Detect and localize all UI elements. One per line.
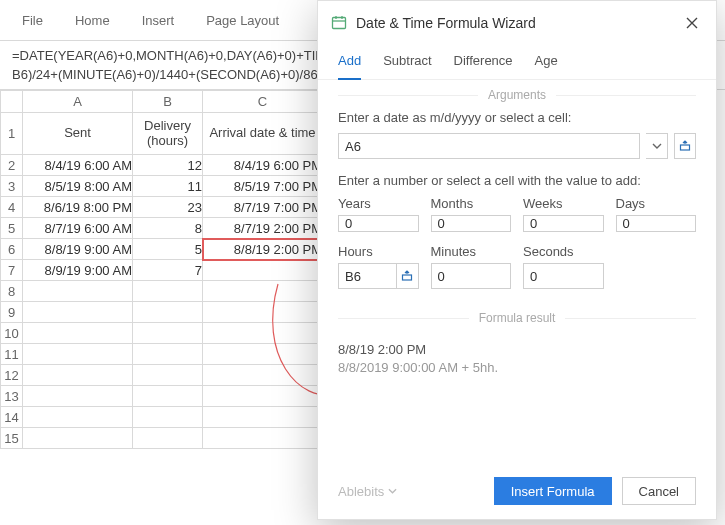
- weeks-input[interactable]: [523, 215, 604, 232]
- cell[interactable]: [203, 260, 323, 281]
- row-header[interactable]: 10: [1, 323, 23, 344]
- cell[interactable]: [203, 344, 323, 365]
- hours-cellref-button[interactable]: [397, 263, 419, 289]
- tab-age[interactable]: Age: [535, 47, 558, 79]
- cell[interactable]: [23, 302, 133, 323]
- cell[interactable]: 23: [133, 197, 203, 218]
- row-header[interactable]: 14: [1, 407, 23, 428]
- cell[interactable]: 11: [133, 176, 203, 197]
- cell[interactable]: 8/7/19 7:00 PM: [203, 197, 323, 218]
- wizard-icon: [330, 14, 348, 32]
- cell[interactable]: [133, 407, 203, 428]
- row-header[interactable]: 7: [1, 260, 23, 281]
- brand-label[interactable]: Ablebits: [338, 484, 397, 499]
- date-dropdown-button[interactable]: [646, 133, 668, 159]
- col-header-a[interactable]: A: [23, 91, 133, 113]
- cell[interactable]: 8/7/19 2:00 PM: [203, 218, 323, 239]
- cell[interactable]: [203, 407, 323, 428]
- cell[interactable]: [133, 344, 203, 365]
- cell[interactable]: [203, 428, 323, 449]
- row-header[interactable]: 9: [1, 302, 23, 323]
- cell[interactable]: [133, 386, 203, 407]
- row-header[interactable]: 2: [1, 155, 23, 176]
- tab-subtract[interactable]: Subtract: [383, 47, 431, 79]
- days-input[interactable]: [616, 215, 697, 232]
- cell[interactable]: 8/4/19 6:00 PM: [203, 155, 323, 176]
- cancel-button[interactable]: Cancel: [622, 477, 696, 505]
- hours-input[interactable]: [338, 263, 397, 289]
- cell[interactable]: 8/6/19 8:00 PM: [23, 197, 133, 218]
- section-result: Formula result: [338, 303, 696, 333]
- header-delivery[interactable]: Delivery (hours): [133, 113, 203, 155]
- row-header[interactable]: 3: [1, 176, 23, 197]
- cell[interactable]: [23, 323, 133, 344]
- row-header[interactable]: 1: [1, 113, 23, 155]
- date-cellref-button[interactable]: [674, 133, 696, 159]
- cell[interactable]: [133, 302, 203, 323]
- cell[interactable]: [203, 281, 323, 302]
- cell[interactable]: 8: [133, 218, 203, 239]
- cell[interactable]: [133, 281, 203, 302]
- cell[interactable]: [23, 365, 133, 386]
- cell[interactable]: 8/7/19 6:00 AM: [23, 218, 133, 239]
- ribbon-tab-insert[interactable]: Insert: [130, 7, 187, 34]
- cell[interactable]: [133, 365, 203, 386]
- minutes-input[interactable]: [431, 263, 512, 289]
- ribbon-tab-file[interactable]: File: [10, 7, 55, 34]
- years-label: Years: [338, 196, 419, 211]
- value-prompt-label: Enter a number or select a cell with the…: [338, 173, 696, 188]
- cell[interactable]: 5: [133, 239, 203, 260]
- cell[interactable]: 8/8/19 9:00 AM: [23, 239, 133, 260]
- result-line2: 8/8/2019 9:00:00 AM + 5hh.: [338, 359, 696, 377]
- cell[interactable]: 8/5/19 8:00 AM: [23, 176, 133, 197]
- row-header[interactable]: 12: [1, 365, 23, 386]
- months-input[interactable]: [431, 215, 512, 232]
- days-label: Days: [616, 196, 697, 211]
- row-header[interactable]: 15: [1, 428, 23, 449]
- cell[interactable]: [23, 344, 133, 365]
- header-arrival[interactable]: Arrival date & time: [203, 113, 323, 155]
- cell[interactable]: [23, 386, 133, 407]
- cell[interactable]: 8/4/19 6:00 AM: [23, 155, 133, 176]
- cell[interactable]: [203, 323, 323, 344]
- col-header-c[interactable]: C: [203, 91, 323, 113]
- cell[interactable]: [133, 323, 203, 344]
- date-prompt-label: Enter a date as m/d/yyyy or select a cel…: [338, 110, 696, 125]
- dialog-title: Date & Time Formula Wizard: [356, 15, 536, 31]
- insert-formula-button[interactable]: Insert Formula: [494, 477, 612, 505]
- header-sent[interactable]: Sent: [23, 113, 133, 155]
- cell[interactable]: [203, 365, 323, 386]
- row-header[interactable]: 13: [1, 386, 23, 407]
- cell[interactable]: [23, 281, 133, 302]
- cell[interactable]: [203, 302, 323, 323]
- row-header[interactable]: 5: [1, 218, 23, 239]
- row-header[interactable]: 8: [1, 281, 23, 302]
- col-header-b[interactable]: B: [133, 91, 203, 113]
- ribbon-tab-home[interactable]: Home: [63, 7, 122, 34]
- ribbon-tab-page-layout[interactable]: Page Layout: [194, 7, 291, 34]
- cell[interactable]: [203, 386, 323, 407]
- tab-add[interactable]: Add: [338, 47, 361, 80]
- row-header[interactable]: 4: [1, 197, 23, 218]
- cell[interactable]: 8/5/19 7:00 PM: [203, 176, 323, 197]
- seconds-input[interactable]: [523, 263, 604, 289]
- cell[interactable]: 12: [133, 155, 203, 176]
- seconds-label: Seconds: [523, 244, 604, 259]
- row-header[interactable]: 6: [1, 239, 23, 260]
- date-input[interactable]: [338, 133, 640, 159]
- close-button[interactable]: [680, 11, 704, 35]
- cell[interactable]: [23, 407, 133, 428]
- select-all-corner[interactable]: [1, 91, 23, 113]
- months-label: Months: [431, 196, 512, 211]
- dialog-tabs: Add Subtract Difference Age: [318, 45, 716, 80]
- minutes-label: Minutes: [431, 244, 512, 259]
- tab-difference[interactable]: Difference: [454, 47, 513, 79]
- years-input[interactable]: [338, 215, 419, 232]
- cell-selected[interactable]: 8/8/19 2:00 PM: [203, 239, 323, 260]
- cell[interactable]: 7: [133, 260, 203, 281]
- row-header[interactable]: 11: [1, 344, 23, 365]
- cell[interactable]: 8/9/19 9:00 AM: [23, 260, 133, 281]
- cell[interactable]: [23, 428, 133, 449]
- cell[interactable]: [133, 428, 203, 449]
- grid: A B C 1 Sent Delivery (hours) Arrival da…: [0, 90, 323, 449]
